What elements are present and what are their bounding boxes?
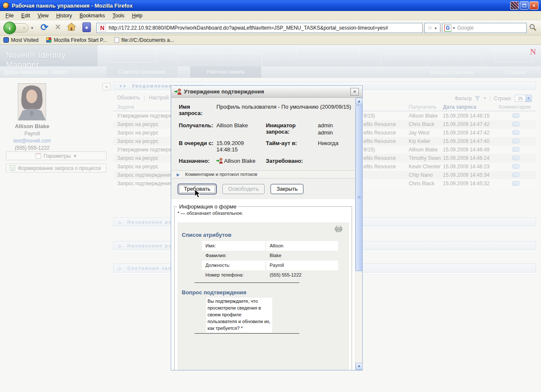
attr-label: Должность: [202,260,265,270]
menu-file[interactable]: File [2,11,17,20]
form-info-legend: Информация о форме [177,203,238,210]
reload-button[interactable]: ⟳ [39,22,50,33]
scrollbar-thumb[interactable] [355,105,363,271]
menu-view[interactable]: View [34,11,52,20]
initiator-label: Инициатор запроса: [266,122,306,135]
dialog-body: Имя запроса: Профиль пользователя - По у… [171,98,355,370]
bookmark-file[interactable]: file:///C:/Documents a... [115,37,174,43]
attribute-row: Должность: Payroll [202,260,338,270]
site-favicon: N [98,24,106,32]
recipient-value: Allison Blake [216,122,248,129]
url-bar[interactable]: N http://172.22.10.92:8080/IDMProv/workD… [96,23,423,33]
dialog-titlebar: Утверждение подтверждения × [171,86,362,98]
claimed-label: Затребовано: [266,158,303,164]
dialog-close-icon[interactable]: × [350,88,359,96]
recipient-label: Получатель: [179,122,213,129]
initiator-value-2: admin [318,129,333,136]
home-icon [67,22,76,31]
divider [194,282,299,283]
search-box[interactable]: G ▼ Google [442,23,527,33]
magnifier-icon [529,24,537,31]
restore-button[interactable] [520,1,529,10]
form-info-fieldset: Информация о форме * — обозначает обязат… [174,203,352,370]
menu-bookmarks[interactable]: Bookmarks [76,11,109,20]
bookmarks-sidebar-button[interactable]: ★ [81,22,92,33]
scroll-up-icon[interactable]: ▲ [355,98,363,105]
attr-label: Фамилия: [202,251,265,260]
navigation-toolbar: › ‹ ▼ ⟳ × ★ N http://172.22.10.92:8080/I… [0,20,541,36]
most-visited-icon [3,37,9,43]
claim-user-icon [175,88,181,95]
bookmark-book-icon: ★ [82,22,91,32]
bookmarks-toolbar: Most Visited Mozilla Firefox Start P... … [0,36,541,45]
google-engine-icon: G [444,25,451,32]
task-detail-dialog: Утверждение подтверждения × Имя запроса:… [171,85,363,370]
request-name-label: Имя запроса: [179,104,213,116]
bookmark-firefox-start[interactable]: Mozilla Firefox Start P... [46,37,107,43]
restore-icon [522,4,526,7]
required-note: * — обозначает обязательное. [178,211,352,216]
menu-history[interactable]: History [52,11,76,20]
attribute-row: Имя: Allison [202,241,338,251]
attr-value: (555) 555-1222 [266,270,338,280]
assigned-value: Allison Blake [216,158,255,165]
search-go-button[interactable] [529,24,537,33]
comments-expander[interactable]: ▶ Комментарии и протокол потоков [172,170,355,178]
queued-value: 15.09.2009 14:48:15 [216,140,253,153]
attribute-list-heading: Список атрибутов [182,232,231,238]
screen: Рабочая панель управления - Mozilla Fire… [0,0,541,392]
dialog-scrollbar[interactable]: ▲ ▼ [355,98,362,370]
confirmation-question-heading: Вопрос подтверждения [182,289,246,296]
mouse-cursor [194,189,201,200]
print-icon[interactable] [335,226,342,234]
assigned-label: Назначено: [179,158,210,164]
menu-help[interactable]: Help [128,11,146,20]
firefox-start-icon [46,37,52,43]
expander-arrow-icon: ▶ [177,173,180,177]
close-button[interactable]: × [530,1,538,10]
attribute-table: Имя: Allison Фамилия: Blake Должность: P… [202,241,338,280]
bookmark-label: Most Visited [11,37,38,43]
menu-edit[interactable]: Edit [17,11,34,20]
bookmark-label: file:///C:/Documents a... [121,37,174,43]
history-dropdown-icon[interactable]: ▼ [30,26,34,30]
dialog-title: Утверждение подтверждения [184,88,350,95]
url-text[interactable]: http://172.22.10.92:8080/IDMProv/workDas… [109,25,388,31]
menu-bar: File Edit View History Bookmarks Tools H… [0,11,541,20]
attr-label: Имя: [202,241,265,251]
initiator-value-1: admin [318,122,333,129]
scroll-down-icon[interactable]: ▼ [355,363,363,370]
assigned-user-icon [216,158,223,165]
window-titlebar: Рабочая панель управления - Mozilla Fire… [0,0,541,11]
comments-expander-label: Комментарии и протокол потоков [185,172,257,177]
timeout-label: Тайм-аут в: [266,140,297,146]
attribute-row: Номер телефона: (555) 555-1222 [202,270,338,280]
form-body: Список атрибутов Имя: Allison Фамилия: B… [178,222,349,370]
firefox-icon [3,2,9,9]
window-title: Рабочая панель управления - Mozilla Fire… [12,3,510,9]
bookmark-label: Mozilla Firefox Start P... [54,37,107,43]
attr-value: Allison [266,241,338,251]
timeout-value: Никогда [318,140,339,146]
form-detail-area: Информация о форме * — обозначает обязат… [171,199,355,370]
stop-button[interactable]: × [52,22,63,33]
attribute-row: Фамилия: Blake [202,251,338,260]
file-icon [115,37,119,43]
minimize-button[interactable] [510,1,519,10]
confirmation-question-text: Вы подтверждаете, что просмотрели сведен… [206,298,272,332]
release-button[interactable]: Освободить [222,184,265,194]
bookmark-most-visited[interactable]: Most Visited [3,37,38,43]
attr-value: Blake [266,251,338,260]
engine-dropdown-icon[interactable]: ▼ [452,26,456,30]
menu-tools[interactable]: Tools [109,11,128,20]
attr-label: Номер телефона: [202,270,265,280]
search-placeholder[interactable]: Google [457,25,474,31]
close-task-button[interactable]: Закрыть [270,184,303,194]
home-button[interactable] [66,22,77,33]
attr-value: Payroll [266,260,338,270]
queued-label: В очереди с: [179,140,213,146]
request-name-value: Профиль пользователя - По умолчанию (200… [216,104,352,110]
bookmark-star-button[interactable]: ☆ ▼ [424,23,440,33]
divider [194,333,299,334]
back-button[interactable]: ‹ [3,22,16,34]
